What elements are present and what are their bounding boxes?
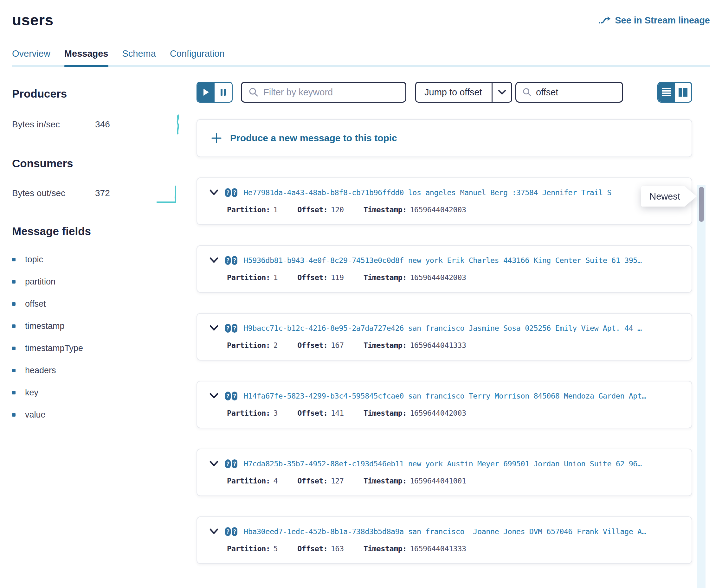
play-button[interactable] bbox=[198, 83, 214, 102]
field-item-timestamp[interactable]: timestamp bbox=[12, 315, 186, 337]
partition-field: Partition:2 bbox=[227, 341, 277, 350]
bullet-icon bbox=[12, 324, 16, 328]
message-row[interactable]: ?? H7cda825b-35b7-4952-88ef-c193d546eb11… bbox=[197, 448, 692, 496]
timestamp-field: Timestamp:1659644041001 bbox=[364, 477, 466, 485]
newest-tooltip: Newest bbox=[641, 186, 697, 207]
messages-toolbar: Jump to offset bbox=[197, 82, 692, 103]
bytes-in-label: Bytes in/sec bbox=[12, 120, 95, 130]
bullet-icon bbox=[12, 413, 16, 417]
field-item-headers[interactable]: headers bbox=[12, 359, 186, 381]
expand-chevron-icon[interactable] bbox=[209, 189, 219, 196]
unknown-char-icon: ?? bbox=[225, 188, 238, 197]
jump-to-offset-select[interactable]: Jump to offset bbox=[415, 82, 512, 103]
pause-button[interactable] bbox=[214, 83, 232, 102]
newest-tooltip-label: Newest bbox=[641, 186, 685, 207]
pause-icon bbox=[220, 88, 226, 96]
jump-to-offset-label: Jump to offset bbox=[416, 83, 492, 102]
split-view-button[interactable] bbox=[675, 83, 691, 102]
message-row[interactable]: ?? H14fa67fe-5823-4299-b3c4-595845cfcae0… bbox=[197, 381, 692, 428]
partition-field: Partition:1 bbox=[227, 205, 277, 214]
bullet-icon bbox=[12, 346, 16, 350]
message-row[interactable]: ?? H5936db81-b943-4e0f-8c29-74513e0c0d8f… bbox=[197, 245, 692, 293]
partition-field: Partition:1 bbox=[227, 273, 277, 282]
search-icon bbox=[248, 87, 259, 98]
stream-lineage-link[interactable]: See in Stream lineage bbox=[598, 15, 710, 26]
message-preview: H14fa67fe-5823-4299-b3c4-595845cfcae0 sa… bbox=[244, 392, 646, 400]
sidebar: Producers Bytes in/sec 346 Consumer bbox=[12, 82, 186, 564]
message-preview: H7cda825b-35b7-4952-88ef-c193d546eb11 ne… bbox=[244, 459, 642, 468]
partition-field: Partition:3 bbox=[227, 409, 277, 418]
unknown-char-icon: ?? bbox=[225, 459, 238, 468]
tab-schema[interactable]: Schema bbox=[122, 48, 156, 67]
messages-scrollbar-thumb[interactable] bbox=[699, 187, 704, 222]
message-preview: H9bacc71c-b12c-4216-8e95-2a7da727e426 sa… bbox=[244, 324, 642, 333]
timestamp-field: Timestamp:1659644042003 bbox=[364, 273, 466, 282]
message-row[interactable]: ?? H9bacc71c-b12c-4216-8e95-2a7da727e426… bbox=[197, 313, 692, 360]
field-item-partition[interactable]: partition bbox=[12, 271, 186, 293]
tooltip-arrow-icon bbox=[685, 186, 697, 207]
offset-field: Offset:167 bbox=[297, 341, 344, 350]
produce-message-label: Produce a new message to this topic bbox=[230, 133, 397, 144]
expand-chevron-icon[interactable] bbox=[209, 528, 219, 535]
unknown-char-icon: ?? bbox=[225, 256, 238, 265]
message-row[interactable]: ?? He77981da-4a43-48ab-b8f8-cb71b96ffdd0… bbox=[197, 177, 692, 225]
expand-chevron-icon[interactable] bbox=[209, 460, 219, 467]
tab-configuration[interactable]: Configuration bbox=[170, 48, 225, 67]
search-icon bbox=[522, 87, 532, 97]
expand-chevron-icon[interactable] bbox=[209, 257, 219, 264]
messages-scrollbar-track[interactable] bbox=[697, 185, 705, 588]
bytes-out-value: 372 bbox=[95, 188, 110, 198]
bytes-out-stat: Bytes out/sec 372 bbox=[12, 183, 186, 204]
offset-field: Offset:119 bbox=[297, 273, 344, 282]
unknown-char-icon: ?? bbox=[225, 392, 238, 400]
bullet-icon bbox=[12, 280, 16, 284]
offset-search-input[interactable] bbox=[536, 87, 616, 98]
messages-panel: Jump to offset bbox=[197, 82, 710, 564]
topic-messages-page: users See in Stream lineage Overview Mes… bbox=[0, 0, 722, 588]
partition-field: Partition:5 bbox=[227, 544, 277, 553]
message-fields-list: topic partition offset timestamp timesta… bbox=[12, 248, 186, 426]
bytes-in-sparkline bbox=[170, 113, 186, 136]
chevron-down-icon bbox=[492, 83, 511, 102]
produce-message-button[interactable]: Produce a new message to this topic bbox=[197, 119, 692, 157]
list-view-icon bbox=[662, 88, 671, 97]
timestamp-field: Timestamp:1659644042003 bbox=[364, 409, 466, 418]
field-item-key[interactable]: key bbox=[12, 381, 186, 404]
message-row[interactable]: ?? Hba30eed7-1edc-452b-8b1a-738d3b5d8a9a… bbox=[197, 517, 692, 564]
tab-messages[interactable]: Messages bbox=[64, 48, 108, 67]
filter-field bbox=[241, 82, 406, 103]
timestamp-field: Timestamp:1659644041333 bbox=[364, 341, 466, 350]
list-view-button[interactable] bbox=[658, 83, 675, 102]
expand-chevron-icon[interactable] bbox=[209, 325, 219, 332]
offset-field: Offset:120 bbox=[297, 205, 344, 214]
bullet-icon bbox=[12, 391, 16, 395]
tab-bar: Overview Messages Schema Configuration bbox=[12, 48, 710, 67]
consumers-section: Consumers Bytes out/sec 372 bbox=[12, 157, 186, 204]
plus-icon bbox=[211, 133, 222, 144]
bullet-icon bbox=[12, 258, 16, 261]
field-item-value[interactable]: value bbox=[12, 404, 186, 426]
field-item-offset[interactable]: offset bbox=[12, 293, 186, 315]
filter-input[interactable] bbox=[263, 87, 399, 98]
message-preview: H5936db81-b943-4e0f-8c29-74513e0c0d8f ne… bbox=[244, 256, 642, 265]
message-preview: Hba30eed7-1edc-452b-8b1a-738d3b5d8a9a sa… bbox=[244, 527, 646, 536]
message-preview: He77981da-4a43-48ab-b8f8-cb71b96ffdd0 lo… bbox=[244, 188, 612, 197]
field-item-topic[interactable]: topic bbox=[12, 248, 186, 271]
bullet-icon bbox=[12, 369, 16, 372]
field-item-timestampType[interactable]: timestampType bbox=[12, 337, 186, 359]
timestamp-field: Timestamp:1659644042003 bbox=[364, 205, 466, 214]
tab-overview[interactable]: Overview bbox=[12, 48, 50, 67]
play-pause-toggle bbox=[197, 82, 233, 103]
consumers-title: Consumers bbox=[12, 157, 186, 170]
page-title: users bbox=[12, 12, 54, 29]
stream-lineage-label: See in Stream lineage bbox=[615, 15, 710, 26]
play-icon bbox=[203, 88, 209, 96]
bytes-in-value: 346 bbox=[95, 120, 110, 130]
bytes-out-sparkline bbox=[155, 183, 186, 204]
expand-chevron-icon[interactable] bbox=[209, 393, 219, 399]
stream-lineage-icon bbox=[598, 16, 611, 25]
bullet-icon bbox=[12, 302, 16, 306]
unknown-char-icon: ?? bbox=[225, 324, 238, 333]
message-fields-section: Message fields topic partition offset ti… bbox=[12, 225, 186, 426]
bytes-out-label: Bytes out/sec bbox=[12, 188, 95, 198]
